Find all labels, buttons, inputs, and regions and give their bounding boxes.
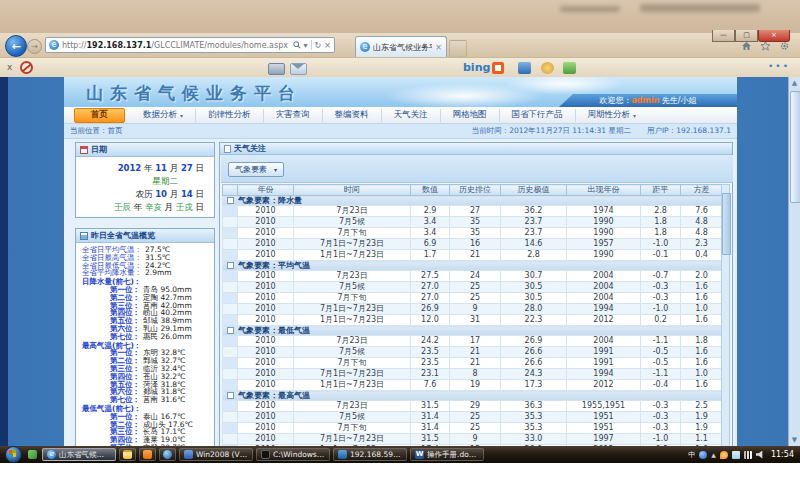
column-header[interactable]: 方差: [681, 185, 723, 196]
table-row[interactable]: 20107月1日~7月23日26.9928.01994-1.01.0: [223, 304, 723, 315]
table-cell: 2010: [238, 358, 294, 369]
column-header[interactable]: 出现年份: [567, 185, 641, 196]
checkbox[interactable]: [227, 327, 234, 334]
table-row[interactable]: 20101月1日~7月23日7.61917.32012-0.41.6: [223, 380, 723, 391]
stop-icon[interactable]: ×: [324, 41, 331, 50]
volume-icon[interactable]: [756, 451, 764, 459]
home-icon[interactable]: [741, 41, 752, 51]
table-row[interactable]: 20107月下旬3.43523.719901.84.8: [223, 228, 723, 239]
new-tab-button[interactable]: [449, 40, 467, 57]
table-row[interactable]: 20107月5候23.52126.61991-0.51.6: [223, 347, 723, 358]
mail-icon[interactable]: [290, 63, 307, 75]
nav-item-6[interactable]: 网格地图: [441, 109, 500, 122]
table-row[interactable]: 20107月下旬31.42535.31951-0.31.9: [223, 423, 723, 434]
taskbar-pinned-media[interactable]: [159, 448, 176, 461]
nav-item-1[interactable]: 数据分析▾: [131, 109, 196, 122]
taskbar-window-vm[interactable]: Win2008 (VS2...: [179, 448, 253, 461]
minimize-button[interactable]: —: [712, 30, 735, 42]
table-row[interactable]: 20107月1日~7月23日23.1824.31994-1.11.0: [223, 369, 723, 380]
table-row[interactable]: 20107月23日2.92736.219742.87.6: [223, 206, 723, 217]
table-row[interactable]: 20107月1日~7月23日31.5933.01997-1.01.1: [223, 434, 723, 445]
maximize-button[interactable]: ▢: [735, 30, 758, 42]
table-scrollbar-thumb[interactable]: [722, 193, 731, 255]
table-row[interactable]: 20101月1日~7月23日1.7212.81990-0.10.4: [223, 250, 723, 261]
group-header-row[interactable]: 气象要素：最高气温: [223, 391, 723, 401]
start-button[interactable]: [5, 446, 22, 463]
video-icon[interactable]: [518, 62, 531, 74]
column-header[interactable]: 数值: [411, 185, 450, 196]
nav-item-3[interactable]: 灾害查询: [264, 109, 323, 122]
group-header-row[interactable]: 气象要素：平均气温: [223, 261, 723, 271]
refresh-icon[interactable]: ↻: [315, 41, 322, 50]
tray-app-icon[interactable]: [699, 451, 707, 459]
tray-overflow-icon[interactable]: ▲: [711, 451, 716, 458]
blocker-icon[interactable]: [20, 61, 33, 74]
nav-item-label: 整编资料: [335, 109, 369, 121]
browser-scrollbar-thumb[interactable]: [790, 91, 800, 203]
nav-item-8[interactable]: 周期性分析▾: [576, 109, 649, 122]
browser-scrollbar[interactable]: ▲ ▼: [788, 77, 800, 446]
table-row[interactable]: 20101月1日~7月23日12.03122.320120.21.6: [223, 315, 723, 326]
table-row[interactable]: 20107月下旬23.52126.61991-0.51.6: [223, 358, 723, 369]
group-header-row[interactable]: 气象要素：降水量: [223, 196, 723, 206]
nav-item-4[interactable]: 整编资料: [323, 109, 382, 122]
table-row[interactable]: 20107月1日~7月23日6.91614.61957-1.02.3: [223, 239, 723, 250]
table-row[interactable]: 20107月23日31.52936.31955,1951-0.32.5: [223, 401, 723, 412]
taskbar-window-ie[interactable]: e山东省气候业...: [42, 448, 116, 461]
column-header[interactable]: 距平: [641, 185, 681, 196]
table-row[interactable]: 20107月23日27.52430.72004-0.72.0: [223, 271, 723, 282]
taskbar-pinned-app-orange[interactable]: [139, 448, 156, 461]
card-icon[interactable]: [268, 63, 285, 75]
column-header[interactable]: 时间: [294, 185, 411, 196]
search-icon[interactable]: [293, 41, 301, 49]
url-text[interactable]: http://192.168.137.1/GLCCLIMATE/modules/…: [62, 41, 293, 50]
table-row[interactable]: 20107月23日24.21726.92004-1.11.8: [223, 336, 723, 347]
tray-flame-icon[interactable]: [720, 451, 728, 459]
checkbox[interactable]: [227, 197, 234, 204]
more-options-icon[interactable]: •••: [768, 61, 790, 71]
paw-icon[interactable]: [541, 62, 554, 74]
toolbar-close-button[interactable]: x: [7, 62, 12, 72]
network-icon[interactable]: [744, 451, 752, 459]
nav-item-0[interactable]: 首页: [74, 108, 125, 123]
bing-logo[interactable]: bing: [463, 61, 490, 74]
table-cell: 24.3: [501, 369, 567, 380]
nav-item-7[interactable]: 国省下行产品: [500, 109, 576, 122]
back-button[interactable]: ←: [5, 35, 27, 57]
favorites-star-icon[interactable]: [760, 41, 771, 51]
action-center-flag-icon[interactable]: [732, 451, 740, 459]
nav-item-2[interactable]: 韵律性分析: [196, 109, 264, 122]
table-cell: 7月下旬: [294, 423, 411, 434]
table-scrollbar[interactable]: [721, 184, 730, 446]
column-header[interactable]: 年份: [238, 185, 294, 196]
column-header[interactable]: 历史排位: [450, 185, 501, 196]
checkbox[interactable]: [227, 262, 234, 269]
table-row[interactable]: 20107月5候27.02530.52004-0.31.6: [223, 282, 723, 293]
scroll-up-icon[interactable]: ▲: [789, 77, 800, 89]
taskbar-window-rdp[interactable]: 192.168.59.99...: [333, 448, 407, 461]
group-header-row[interactable]: 气象要素：最低气温: [223, 326, 723, 336]
taskbar-pinned-explorer[interactable]: [119, 448, 136, 461]
bing-app-icon[interactable]: [492, 62, 504, 74]
table-row[interactable]: 20107月5候3.43523.719901.84.8: [223, 217, 723, 228]
nav-item-5[interactable]: 天气关注: [382, 109, 441, 122]
address-bar[interactable]: e http://192.168.137.1/GLCCLIMATE/module…: [45, 37, 335, 53]
table-row[interactable]: 20107月下旬27.02530.52004-0.31.6: [223, 293, 723, 304]
browser-tab[interactable]: e 山东省气候业务平... ×: [355, 36, 447, 57]
taskbar-window-cmd[interactable]: C:\Windows\s...: [256, 448, 330, 461]
scroll-down-icon[interactable]: ▼: [789, 434, 800, 446]
forward-button[interactable]: →: [27, 39, 42, 54]
table-row[interactable]: 20107月5候31.42535.31951-0.31.9: [223, 412, 723, 423]
element-filter-button[interactable]: 气象要素▾: [228, 162, 284, 177]
input-language-indicator[interactable]: 中: [688, 451, 695, 459]
close-button[interactable]: ×: [758, 30, 790, 42]
checkbox[interactable]: [227, 392, 234, 399]
taskbar-clock[interactable]: 11:54: [771, 450, 794, 459]
recycle-icon[interactable]: [563, 62, 576, 74]
search-dropdown-icon[interactable]: ▾: [304, 41, 308, 50]
gear-icon[interactable]: [779, 41, 790, 51]
tab-close-icon[interactable]: ×: [435, 43, 442, 52]
taskbar-small-icon[interactable]: [28, 450, 37, 459]
column-header[interactable]: 历史极值: [501, 185, 567, 196]
taskbar-window-word[interactable]: W操作手册.docx -...: [410, 448, 484, 461]
